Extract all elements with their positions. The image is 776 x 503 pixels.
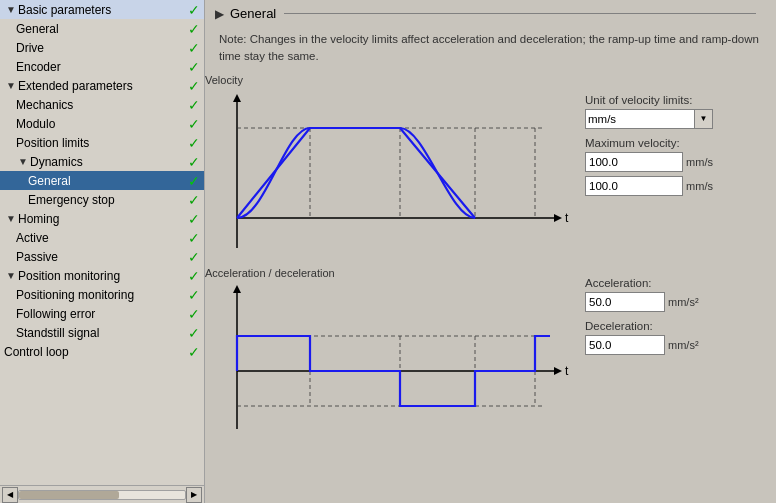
acceleration-field-group: Acceleration: mm/s² <box>585 277 699 312</box>
sidebar-item-label: Standstill signal <box>16 326 186 340</box>
sidebar-item-label: Position monitoring <box>18 269 186 283</box>
sidebar-item-label: Passive <box>16 250 186 264</box>
unit-select-wrap[interactable]: mm/s ▼ <box>585 109 713 129</box>
max-velocity-row-2: mm/s <box>585 176 713 196</box>
sidebar-item-label: Control loop <box>4 345 186 359</box>
scroll-thumb[interactable] <box>19 491 119 499</box>
check-icon: ✓ <box>186 211 202 227</box>
check-icon: ✓ <box>186 154 202 170</box>
sidebar-item-standstill-signal[interactable]: Standstill signal ✓ <box>0 323 204 342</box>
sidebar-item-positioning-monitoring[interactable]: Positioning monitoring ✓ <box>0 285 204 304</box>
sidebar-item-label: Encoder <box>16 60 186 74</box>
max-velocity-row-1: mm/s <box>585 152 713 172</box>
sidebar-item-active[interactable]: Active ✓ <box>0 228 204 247</box>
sidebar-item-drive[interactable]: Drive ✓ <box>0 38 204 57</box>
sidebar-item-label: General <box>16 22 186 36</box>
sidebar-item-label: Active <box>16 231 186 245</box>
deceleration-input[interactable] <box>585 335 665 355</box>
section-divider <box>284 13 756 14</box>
check-icon: ✓ <box>186 97 202 113</box>
sidebar-item-passive[interactable]: Passive ✓ <box>0 247 204 266</box>
svg-text:t: t <box>565 364 569 378</box>
deceleration-row: mm/s² <box>585 335 699 355</box>
unit-field-group: Unit of velocity limits: mm/s ▼ <box>585 94 713 129</box>
sidebar-scroll[interactable]: ▼ Basic parameters ✓ General ✓ Drive ✓ E… <box>0 0 204 485</box>
sidebar-item-general[interactable]: General ✓ <box>0 19 204 38</box>
sidebar-item-label: General <box>28 174 186 188</box>
max-velocity-input-2[interactable] <box>585 176 683 196</box>
sidebar-item-dynamics[interactable]: ▼ Dynamics ✓ <box>0 152 204 171</box>
check-icon: ✓ <box>186 192 202 208</box>
svg-marker-13 <box>554 367 562 375</box>
sidebar-item-homing[interactable]: ▼ Homing ✓ <box>0 209 204 228</box>
acceleration-input[interactable] <box>585 292 665 312</box>
sidebar-item-label: Position limits <box>16 136 186 150</box>
acceleration-row: mm/s² <box>585 292 699 312</box>
velocity-controls: Unit of velocity limits: mm/s ▼ Maximum … <box>575 74 713 261</box>
scroll-left-button[interactable]: ◀ <box>2 487 18 503</box>
sidebar-item-dyn-general[interactable]: General ✓ <box>0 171 204 190</box>
sidebar-item-label: Extended parameters <box>18 79 186 93</box>
acceleration-label: Acceleration: <box>585 277 699 289</box>
sidebar-item-mechanics[interactable]: Mechanics ✓ <box>0 95 204 114</box>
check-icon: ✓ <box>186 78 202 94</box>
velocity-chart: t <box>205 88 575 261</box>
expand-icon: ▼ <box>4 213 18 224</box>
sidebar-item-emergency-stop[interactable]: Emergency stop ✓ <box>0 190 204 209</box>
max-velocity-unit-2: mm/s <box>686 180 713 192</box>
section-header: ▶ General <box>205 0 776 25</box>
check-icon: ✓ <box>186 2 202 18</box>
accel-chart-container: Acceleration / deceleration t <box>205 267 575 439</box>
expand-icon: ▼ <box>16 156 30 167</box>
deceleration-unit: mm/s² <box>668 339 699 351</box>
check-icon: ✓ <box>186 268 202 284</box>
svg-marker-11 <box>233 285 241 293</box>
unit-label: Unit of velocity limits: <box>585 94 713 106</box>
expand-icon: ▼ <box>4 80 18 91</box>
sidebar-item-following-error[interactable]: Following error ✓ <box>0 304 204 323</box>
sidebar-item-label: Dynamics <box>30 155 186 169</box>
sidebar-item-control-loop[interactable]: Control loop ✓ <box>0 342 204 361</box>
svg-marker-1 <box>233 94 241 102</box>
max-velocity-input-1[interactable] <box>585 152 683 172</box>
check-icon: ✓ <box>186 59 202 75</box>
sidebar-item-label: Basic parameters <box>18 3 186 17</box>
unit-dropdown-button[interactable]: ▼ <box>695 109 713 129</box>
expand-icon: ▼ <box>4 4 18 15</box>
deceleration-field-group: Deceleration: mm/s² <box>585 320 699 355</box>
check-icon: ✓ <box>186 135 202 151</box>
sidebar-item-position-monitoring[interactable]: ▼ Position monitoring ✓ <box>0 266 204 285</box>
accel-chart-label: Acceleration / deceleration <box>205 267 575 279</box>
sidebar: ▼ Basic parameters ✓ General ✓ Drive ✓ E… <box>0 0 205 503</box>
sidebar-item-position-limits[interactable]: Position limits ✓ <box>0 133 204 152</box>
accel-chart: t <box>205 281 575 439</box>
sidebar-item-label: Following error <box>16 307 186 321</box>
check-icon: ✓ <box>186 116 202 132</box>
check-icon: ✓ <box>186 230 202 246</box>
sidebar-item-extended-parameters[interactable]: ▼ Extended parameters ✓ <box>0 76 204 95</box>
accel-controls: Acceleration: mm/s² Deceleration: mm/s² <box>575 267 699 439</box>
scroll-right-button[interactable]: ▶ <box>186 487 202 503</box>
scroll-track[interactable] <box>18 490 186 500</box>
check-icon: ✓ <box>186 173 202 189</box>
acceleration-unit: mm/s² <box>668 296 699 308</box>
sidebar-item-modulo[interactable]: Modulo ✓ <box>0 114 204 133</box>
check-icon: ✓ <box>186 21 202 37</box>
section-arrow-icon: ▶ <box>215 7 224 21</box>
section-title: General <box>230 6 276 21</box>
sidebar-item-encoder[interactable]: Encoder ✓ <box>0 57 204 76</box>
velocity-section: Velocity t <box>205 74 776 261</box>
sidebar-bottom-bar: ◀ ▶ <box>0 485 204 503</box>
sidebar-horizontal-scrollbar[interactable]: ◀ ▶ <box>0 487 204 503</box>
svg-marker-3 <box>554 214 562 222</box>
check-icon: ✓ <box>186 287 202 303</box>
check-icon: ✓ <box>186 306 202 322</box>
velocity-chart-container: Velocity t <box>205 74 575 261</box>
deceleration-label: Deceleration: <box>585 320 699 332</box>
check-icon: ✓ <box>186 40 202 56</box>
unit-select[interactable]: mm/s <box>585 109 695 129</box>
sidebar-item-label: Drive <box>16 41 186 55</box>
main-content: ▶ General Note: Changes in the velocity … <box>205 0 776 503</box>
sidebar-item-basic-parameters[interactable]: ▼ Basic parameters ✓ <box>0 0 204 19</box>
expand-icon: ▼ <box>4 270 18 281</box>
